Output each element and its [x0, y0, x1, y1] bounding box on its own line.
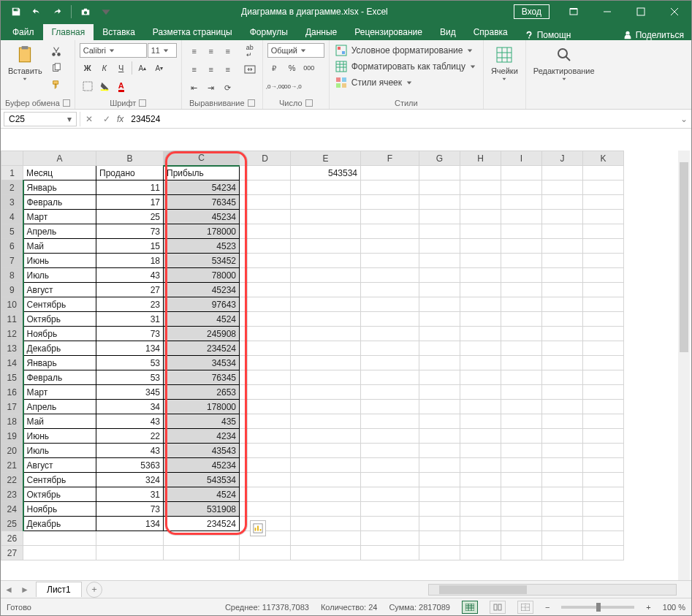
- cell-D9[interactable]: [240, 283, 291, 297]
- zoom-slider[interactable]: [561, 606, 634, 609]
- editing-button[interactable]: Редактирование: [531, 43, 598, 83]
- align-middle-icon[interactable]: ≡: [203, 43, 219, 59]
- italic-icon[interactable]: К: [96, 60, 113, 76]
- cell-B26[interactable]: [96, 531, 164, 546]
- cell-K2[interactable]: [583, 180, 624, 195]
- cell-B9[interactable]: 27: [96, 283, 164, 297]
- cell-A24[interactable]: Ноябрь: [23, 502, 96, 517]
- cell-A16[interactable]: Март: [23, 385, 96, 400]
- cell-C5[interactable]: 178000: [164, 224, 240, 239]
- cell-C18[interactable]: 435: [164, 414, 240, 429]
- cell-K19[interactable]: [583, 429, 624, 444]
- cell-I7[interactable]: [501, 254, 542, 268]
- cell-G23[interactable]: [419, 487, 460, 502]
- vertical-scrollbar[interactable]: [678, 151, 690, 580]
- column-header-C[interactable]: C: [164, 151, 240, 166]
- cell-D12[interactable]: [240, 327, 291, 341]
- cell-D27[interactable]: [240, 546, 291, 560]
- fill-color-icon[interactable]: [96, 78, 113, 94]
- cell-E14[interactable]: [291, 356, 361, 370]
- cell-B6[interactable]: 15: [96, 239, 164, 254]
- cell-H4[interactable]: [460, 210, 501, 224]
- cell-E20[interactable]: [291, 444, 361, 458]
- cell-styles-button[interactable]: Стили ячеек: [334, 75, 415, 90]
- cell-F26[interactable]: [361, 531, 419, 546]
- cell-F17[interactable]: [361, 400, 419, 414]
- cell-F21[interactable]: [361, 458, 419, 473]
- new-sheet-icon[interactable]: ＋: [86, 582, 102, 598]
- cell-F1[interactable]: [361, 166, 419, 180]
- alignment-dialog-launcher[interactable]: [248, 99, 255, 107]
- column-header-E[interactable]: E: [291, 151, 361, 166]
- cell-K15[interactable]: [583, 370, 624, 385]
- cell-G6[interactable]: [419, 239, 460, 254]
- cell-A25[interactable]: Декабрь: [23, 517, 96, 531]
- zoom-out-icon[interactable]: −: [545, 603, 550, 612]
- cell-G8[interactable]: [419, 268, 460, 283]
- cell-C24[interactable]: 531908: [164, 502, 240, 517]
- align-center-icon[interactable]: ≡: [203, 61, 219, 77]
- cell-B22[interactable]: 324: [96, 473, 164, 487]
- save-icon[interactable]: [7, 2, 26, 21]
- cell-F25[interactable]: [361, 517, 419, 531]
- cell-B8[interactable]: 43: [96, 268, 164, 283]
- cell-I9[interactable]: [501, 283, 542, 297]
- cell-B1[interactable]: Продано: [96, 166, 164, 180]
- tab-view[interactable]: Вид: [431, 24, 465, 40]
- font-size-combo[interactable]: 11: [148, 43, 177, 58]
- cell-H15[interactable]: [460, 370, 501, 385]
- cell-H2[interactable]: [460, 180, 501, 195]
- cell-F10[interactable]: [361, 297, 419, 312]
- accounting-format-icon[interactable]: ₽: [267, 60, 284, 76]
- number-dialog-launcher[interactable]: [305, 99, 313, 107]
- cell-K22[interactable]: [583, 473, 624, 487]
- cell-E3[interactable]: [291, 195, 361, 210]
- comma-format-icon[interactable]: 000: [301, 60, 317, 76]
- merge-cells-icon[interactable]: [242, 61, 258, 77]
- cell-K21[interactable]: [583, 458, 624, 473]
- minimize-icon[interactable]: [590, 1, 624, 23]
- worksheet-grid[interactable]: ABCDEFGHIJK1МесяцПроданоПрибыль5435342Ян…: [1, 151, 691, 580]
- cell-E22[interactable]: [291, 473, 361, 487]
- cell-E11[interactable]: [291, 312, 361, 327]
- cell-J3[interactable]: [542, 195, 583, 210]
- row-header-25[interactable]: 25: [1, 517, 23, 531]
- cell-J14[interactable]: [542, 356, 583, 370]
- cell-C6[interactable]: 4523: [164, 239, 240, 254]
- cell-E16[interactable]: [291, 385, 361, 400]
- cell-K7[interactable]: [583, 254, 624, 268]
- cell-F5[interactable]: [361, 224, 419, 239]
- increase-indent-icon[interactable]: ⇥: [203, 80, 219, 96]
- ribbon-display-options-icon[interactable]: [557, 1, 590, 23]
- orientation-icon[interactable]: ⟳: [220, 80, 236, 96]
- cell-J16[interactable]: [542, 385, 583, 400]
- cell-D7[interactable]: [240, 254, 291, 268]
- cell-K18[interactable]: [583, 414, 624, 429]
- expand-formula-bar-icon[interactable]: ⌄: [677, 114, 691, 124]
- cell-A26[interactable]: [23, 531, 96, 546]
- cell-B18[interactable]: 43: [96, 414, 164, 429]
- sheet-tab[interactable]: Лист1: [36, 582, 82, 597]
- cell-J17[interactable]: [542, 400, 583, 414]
- cell-C8[interactable]: 78000: [164, 268, 240, 283]
- cell-B3[interactable]: 17: [96, 195, 164, 210]
- cell-G11[interactable]: [419, 312, 460, 327]
- cell-J15[interactable]: [542, 370, 583, 385]
- cell-G26[interactable]: [419, 531, 460, 546]
- cell-E6[interactable]: [291, 239, 361, 254]
- clipboard-dialog-launcher[interactable]: [63, 99, 70, 107]
- cell-C12[interactable]: 245908: [164, 327, 240, 341]
- cell-A7[interactable]: Июнь: [23, 254, 96, 268]
- cell-B13[interactable]: 134: [96, 341, 164, 356]
- cell-D24[interactable]: [240, 502, 291, 517]
- font-color-icon[interactable]: А: [113, 78, 129, 94]
- wrap-text-icon[interactable]: ab↵: [242, 43, 258, 59]
- row-header-24[interactable]: 24: [1, 502, 23, 517]
- cell-I1[interactable]: [501, 166, 542, 180]
- cell-H10[interactable]: [460, 297, 501, 312]
- cell-I27[interactable]: [501, 546, 542, 560]
- decrease-indent-icon[interactable]: ⇤: [186, 80, 202, 96]
- row-header-8[interactable]: 8: [1, 268, 23, 283]
- page-layout-view-icon[interactable]: [490, 601, 506, 614]
- cell-A2[interactable]: Январь: [23, 180, 96, 195]
